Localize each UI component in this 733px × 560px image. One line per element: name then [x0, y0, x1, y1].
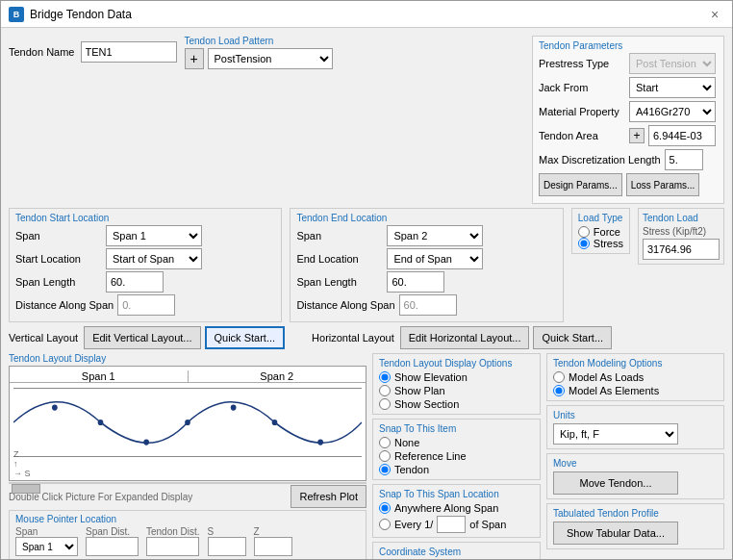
jack-from-row: Jack From Start	[539, 77, 718, 98]
scrollbar-thumb[interactable]	[12, 484, 40, 494]
stress-radio[interactable]	[578, 238, 590, 249]
start-dist-input[interactable]	[117, 294, 175, 316]
mouse-pointer-label: Mouse Pointer Location	[15, 514, 360, 524]
mouse-span-label: Span	[15, 526, 38, 537]
snap-none-label: None	[394, 437, 419, 448]
mouse-z-input[interactable]	[254, 537, 292, 556]
snap-none-radio[interactable]	[379, 437, 391, 448]
close-button[interactable]: ×	[705, 5, 724, 24]
display-options-radio-group: Show Elevation Show Plan Show Section	[379, 371, 534, 410]
show-tabular-button[interactable]: Show Tabular Data...	[553, 522, 678, 545]
load-pattern-select[interactable]: PostTension	[208, 48, 333, 69]
show-section-label: Show Section	[394, 398, 459, 410]
end-dist-input[interactable]	[399, 294, 457, 316]
units-select[interactable]: Kip, ft, F	[553, 423, 678, 445]
mouse-span-select[interactable]: Span 1	[15, 537, 78, 556]
svg-point-2	[143, 439, 149, 445]
scrollbar[interactable]	[9, 482, 366, 484]
show-plan-label: Show Plan	[394, 385, 445, 396]
show-elevation-row: Show Elevation	[379, 371, 534, 383]
show-section-radio[interactable]	[379, 398, 391, 410]
area-input[interactable]	[648, 125, 716, 146]
max-disc-input[interactable]	[665, 149, 703, 170]
start-location-title: Tendon Start Location	[15, 213, 275, 223]
model-as-elements-label: Model As Elements	[569, 385, 659, 396]
end-location-group: Tendon End Location Span Span 2 End Loca…	[290, 208, 563, 322]
quick-start-vertical-button[interactable]: Quick Start...	[205, 326, 286, 349]
axes-labels: Z ↑ → S	[13, 449, 31, 478]
start-loc-select[interactable]: Start of Span	[106, 248, 202, 269]
prestress-type-row: Prestress Type Post Tension	[539, 53, 718, 74]
force-radio-row: Force	[578, 226, 623, 238]
span1-label: Span 1	[10, 370, 188, 382]
show-plan-radio[interactable]	[379, 385, 391, 396]
load-pattern-label: Tendon Load Pattern	[185, 36, 333, 46]
refresh-plot-button[interactable]: Refresh Plot	[291, 485, 366, 508]
snap-span-radio-group: Anywhere Along Span Every 1/ of Span	[379, 502, 534, 533]
snap-every-radio[interactable]	[379, 519, 391, 530]
end-loc-row: End Location End of Span	[296, 248, 556, 269]
max-disc-row: Max Discretization Length	[539, 149, 718, 170]
jack-from-select[interactable]: Start	[629, 77, 716, 98]
edit-vertical-layout-button[interactable]: Edit Vertical Layout...	[84, 326, 200, 349]
load-pattern-add-button[interactable]: +	[185, 48, 204, 69]
snap-every-input[interactable]	[437, 516, 466, 533]
mouse-z-col: Z	[254, 526, 292, 556]
mouse-s-input[interactable]	[208, 537, 246, 556]
tendon-name-input[interactable]	[81, 41, 177, 63]
mouse-tendon-dist-input[interactable]	[146, 537, 199, 556]
quick-start-horizontal-button[interactable]: Quick Start...	[533, 326, 612, 349]
snap-refline-radio[interactable]	[379, 450, 391, 462]
snap-anywhere-radio[interactable]	[379, 502, 391, 514]
edit-horizontal-layout-button[interactable]: Edit Horizontal Layout...	[400, 326, 530, 349]
prestress-type-select[interactable]: Post Tension	[629, 53, 716, 74]
start-span-length-row: Span Length	[15, 271, 275, 293]
coordinate-system-title: Coordinate System	[379, 547, 534, 557]
snap-tendon-row: Tendon	[379, 464, 534, 475]
end-loc-select[interactable]: End of Span	[387, 248, 483, 269]
horizontal-layout-section: Horizontal Layout Edit Horizontal Layout…	[312, 326, 612, 349]
display-options-box: Tendon Layout Display Options Show Eleva…	[372, 353, 541, 415]
design-params-button[interactable]: Design Params...	[539, 173, 622, 196]
start-span-length-input[interactable]	[106, 271, 164, 293]
loss-params-button[interactable]: Loss Params...	[626, 173, 700, 196]
tendon-params-section: Tendon Parameters Prestress Type Post Te…	[532, 36, 724, 204]
tabulated-title: Tabulated Tendon Profile	[553, 508, 718, 519]
show-section-row: Show Section	[379, 398, 534, 410]
tendon-load-box: Tendon Load Stress (Kip/ft2)	[638, 208, 724, 265]
coordinate-system-box: Coordinate System GLOBAL	[372, 542, 541, 559]
design-loss-row: Design Params... Loss Params...	[539, 173, 718, 196]
start-location-group: Tendon Start Location Span Span 1 Start …	[9, 208, 282, 322]
row2: Tendon Start Location Span Span 1 Start …	[9, 208, 724, 322]
right-panels: Tendon Modeling Options Model As Loads M…	[546, 353, 724, 551]
area-plus-button[interactable]: +	[629, 128, 645, 143]
show-elevation-radio[interactable]	[379, 371, 391, 383]
mouse-pointer-section: Mouse Pointer Location Span Span 1 Span …	[9, 510, 366, 559]
end-span-length-input[interactable]	[387, 271, 444, 293]
snap-refline-label: Reference Line	[394, 450, 467, 462]
svg-point-4	[231, 404, 237, 410]
snap-tendon-label: Tendon	[394, 464, 429, 475]
layout-display-label: Tendon Layout Display	[9, 353, 366, 364]
app-icon: B	[9, 7, 24, 22]
snap-tendon-radio[interactable]	[379, 464, 391, 475]
canvas-area[interactable]: Span 1 Span 2	[9, 366, 366, 481]
force-radio[interactable]	[578, 226, 590, 238]
snap-item-radio-group: None Reference Line Tendon	[379, 437, 534, 475]
mouse-span-dist-input[interactable]	[86, 537, 139, 556]
model-as-elements-radio[interactable]	[553, 385, 565, 396]
area-row: Tendon Area +	[539, 125, 718, 146]
start-loc-row: Start Location Start of Span	[15, 248, 275, 269]
model-as-loads-radio[interactable]	[553, 371, 565, 383]
content-area: Tendon Name Tendon Load Pattern + PostTe…	[1, 28, 732, 559]
material-label: Material Property	[539, 106, 625, 117]
mouse-s-label: S	[208, 526, 215, 537]
end-dist-row: Distance Along Span	[296, 294, 556, 316]
span-labels-row: Span 1 Span 2	[10, 370, 366, 383]
start-span-select[interactable]: Span 1	[106, 225, 202, 246]
material-select[interactable]: A416Gr270	[629, 101, 716, 122]
tendon-load-input[interactable]	[643, 239, 720, 260]
horizontal-layout-label: Horizontal Layout	[312, 332, 394, 344]
move-tendon-button[interactable]: Move Tendon...	[553, 471, 678, 495]
end-span-select[interactable]: Span 2	[387, 225, 483, 246]
